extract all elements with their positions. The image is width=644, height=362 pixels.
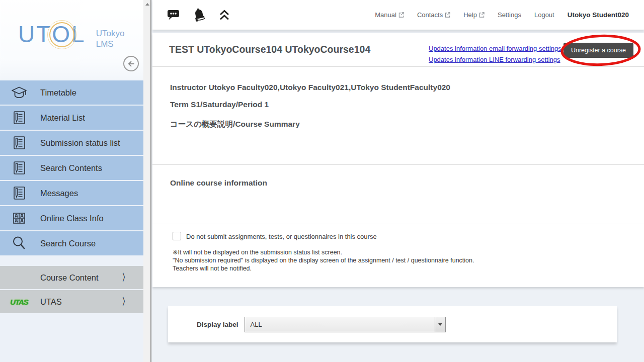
external-link-icon xyxy=(445,12,450,18)
course-info-section: Instructor Utokyo Faculty020,Utokyo Facu… xyxy=(152,67,644,165)
chevron-right-icon: 〉 xyxy=(122,295,129,308)
chat-bubble-icon xyxy=(167,9,180,21)
nav-contacts[interactable]: Contacts xyxy=(417,11,450,19)
collapse-header-button[interactable] xyxy=(218,9,230,22)
instructor-line: Instructor Utokyo Faculty020,Utokyo Facu… xyxy=(170,82,644,92)
messages-chat-button[interactable] xyxy=(167,9,180,21)
topbar-nav: Manual Contacts Help Settings Logout Uto… xyxy=(375,11,629,19)
sidebar-item-label: Messages xyxy=(40,189,78,198)
nav-logout[interactable]: Logout xyxy=(534,11,554,19)
sidebar-item-messages[interactable]: Messages xyxy=(0,181,143,205)
display-label-text: Display label xyxy=(197,321,238,328)
sidebar-item-submission-status-list[interactable]: Submission status list xyxy=(0,131,143,155)
sidebar-item-search-contents[interactable]: Search Contents xyxy=(0,156,143,180)
utol-logo-subtitle: UTokyo LMS xyxy=(96,22,125,49)
clipboard-icon xyxy=(11,160,28,175)
note-line: "No submission required" is displayed on… xyxy=(173,256,644,264)
sidebar-item-label: Search Contents xyxy=(40,163,102,173)
sidebar-scrollbar[interactable] xyxy=(143,0,151,362)
chevron-down-icon xyxy=(438,323,442,328)
sidebar-item-utas[interactable]: UTAS UTAS 〉 xyxy=(0,290,143,313)
content-area: TEST UTokyoCourse104 UTokyoCourse104 Upd… xyxy=(152,33,644,342)
sidebar-item-online-class-info[interactable]: Online Class Info xyxy=(0,206,143,230)
forwarding-links: Updates information email forwarding set… xyxy=(429,45,561,63)
email-forwarding-settings-link[interactable]: Updates information email forwarding set… xyxy=(429,45,561,52)
line-forwarding-settings-link[interactable]: Updates information LINE forwarding sett… xyxy=(429,56,561,63)
sidebar-item-label: Material List xyxy=(40,113,85,123)
course-title: TEST UTokyoCourse104 UTokyoCourse104 xyxy=(169,44,370,55)
submission-optout-section: Do not submit assignments, tests, or que… xyxy=(152,224,644,287)
optout-notes: ※It will not be displayed on the submiss… xyxy=(173,248,644,273)
sidebar-item-label: Search Course xyxy=(40,239,96,248)
optout-checkbox-row: Do not submit assignments, tests, or que… xyxy=(173,232,644,240)
note-line: Teachers will not be notified. xyxy=(173,264,644,273)
online-course-info-section: Online course information xyxy=(152,165,644,224)
sidebar-item-material-list[interactable]: Material List xyxy=(0,106,143,130)
do-not-submit-checkbox[interactable] xyxy=(173,232,181,240)
sidebar: UTOL UTokyo LMS Timetable xyxy=(0,0,143,362)
display-label-select[interactable]: ALL xyxy=(245,317,446,332)
do-not-submit-label: Do not submit assignments, tests, or que… xyxy=(186,232,377,240)
display-label-card: Display label ALL xyxy=(168,306,617,342)
utol-logo-o-ring: O xyxy=(52,22,71,46)
unregister-course-button[interactable]: Unregister a course xyxy=(564,43,633,58)
chevron-right-icon: 〉 xyxy=(122,271,129,284)
arrow-left-icon xyxy=(127,59,136,68)
clipboard-icon xyxy=(11,186,28,201)
sidebar-item-label: Online Class Info xyxy=(40,214,104,223)
utol-logo-text: UTOL xyxy=(18,22,86,46)
nav-manual[interactable]: Manual xyxy=(375,11,404,19)
scrollbar-up-arrow-icon[interactable] xyxy=(145,3,149,6)
utol-logo: UTOL UTokyo LMS xyxy=(18,22,124,49)
course-header-section: TEST UTokyoCourse104 UTokyoCourse104 Upd… xyxy=(152,33,644,67)
sidebar-divider-gap xyxy=(0,256,143,266)
current-user-name: Utokyo Student020 xyxy=(568,11,629,19)
sidebar-item-label: Course Content xyxy=(40,273,99,283)
sidebar-item-course-content[interactable]: Course Content 〉 xyxy=(0,266,143,289)
dropdown-arrow-button[interactable] xyxy=(435,317,445,332)
sidebar-menu: Timetable Material List Submission sta xyxy=(0,80,143,314)
graduation-cap-icon xyxy=(11,85,28,100)
sidebar-item-search-course[interactable]: Search Course xyxy=(0,231,143,255)
clipboard-icon xyxy=(11,135,28,150)
notifications-bell-button[interactable] xyxy=(192,8,207,23)
double-chevron-up-icon xyxy=(218,9,230,22)
topbar-quick-icons xyxy=(167,8,230,23)
sidebar-item-label: Submission status list xyxy=(40,138,120,148)
note-line: ※It will not be displayed on the submiss… xyxy=(173,248,644,256)
search-icon xyxy=(11,235,28,251)
sidebar-item-label: UTAS xyxy=(40,297,62,307)
utas-logo-icon: UTAS xyxy=(11,298,28,306)
sidebar-collapse-button[interactable] xyxy=(123,56,139,71)
term-line: Term S1/Saturday/Period 1 xyxy=(170,100,644,109)
nav-settings[interactable]: Settings xyxy=(498,11,521,19)
external-link-icon xyxy=(398,12,404,18)
online-course-info-heading: Online course information xyxy=(170,178,644,188)
sidebar-item-timetable[interactable]: Timetable xyxy=(0,80,143,105)
course-summary-heading: コースの概要説明/Course Summary xyxy=(170,119,644,129)
course-card: TEST UTokyoCourse104 UTokyoCourse104 Upd… xyxy=(152,33,644,287)
nav-help[interactable]: Help xyxy=(463,11,485,19)
main-area: Manual Contacts Help Settings Logout Uto… xyxy=(152,0,644,362)
clipboard-icon xyxy=(11,110,28,125)
online-class-icon xyxy=(11,211,28,226)
sidebar-item-label: Timetable xyxy=(40,88,76,98)
external-link-icon xyxy=(479,12,485,18)
bell-icon xyxy=(190,6,208,24)
top-bar: Manual Contacts Help Settings Logout Uto… xyxy=(152,0,644,30)
selected-value: ALL xyxy=(245,321,262,328)
